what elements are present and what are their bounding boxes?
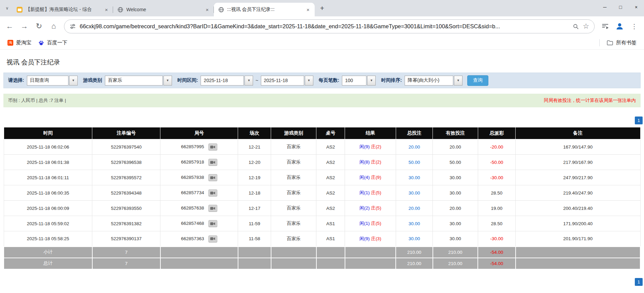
back-button[interactable]: ← xyxy=(3,19,17,33)
per-page-combo: ▼ xyxy=(342,76,376,86)
window-controls: ─ □ × xyxy=(597,0,644,14)
table-row: 2025-11-18 06:01:11 522976395572 6628578… xyxy=(4,170,640,185)
cell-time: 2025-11-18 06:02:06 xyxy=(4,139,92,155)
header-note: 备注 xyxy=(516,127,640,139)
bet-records-table: 时间 注单编号 局号 场次 游戏类别 桌号 结果 总投注 有效投注 总派彩 备注… xyxy=(3,127,641,269)
cell-total-bet-link[interactable]: 30.00 xyxy=(396,231,433,247)
close-button[interactable]: × xyxy=(628,0,644,14)
chevron-down-icon[interactable]: ▼ xyxy=(245,76,253,86)
home-button[interactable]: ⌂ xyxy=(47,19,61,33)
cell-session: 12-19 xyxy=(238,170,271,185)
video-replay-icon[interactable] xyxy=(208,220,217,227)
header-table-no: 桌号 xyxy=(316,127,345,139)
tab-title: :::视讯 会员下注纪录::: xyxy=(227,6,302,13)
video-replay-icon[interactable] xyxy=(208,205,217,212)
result-banker: 庄(5) xyxy=(371,190,381,195)
tab-close-icon[interactable]: × xyxy=(204,6,210,13)
globe-favicon-icon xyxy=(117,7,123,13)
video-replay-icon[interactable] xyxy=(208,159,217,166)
cell-note: 200.40/219.40 xyxy=(516,201,640,216)
result-player: 闲(2) xyxy=(360,205,370,211)
forward-button[interactable]: → xyxy=(17,19,31,33)
url-text[interactable]: 66cxkj98.com/game/betrecord_search/kind3… xyxy=(80,23,569,30)
video-replay-icon[interactable] xyxy=(208,189,217,196)
minimize-button[interactable]: ─ xyxy=(597,0,613,14)
chevron-down-icon[interactable]: ▼ xyxy=(367,76,376,86)
cell-table-no: AS2 xyxy=(316,170,345,185)
round-number: 662857363 xyxy=(181,236,204,241)
cell-total-bet-link[interactable]: 50.00 xyxy=(396,155,433,170)
maximize-button[interactable]: □ xyxy=(613,0,628,14)
date-start-input[interactable] xyxy=(201,76,244,86)
all-bookmarks-label: 所有书签 xyxy=(616,40,637,46)
cell-payout: 19.00 xyxy=(478,201,515,216)
browser-menu-icon[interactable]: ⋮ xyxy=(627,19,641,33)
query-mode-input[interactable] xyxy=(27,76,68,86)
cell-total-bet-link[interactable]: 20.00 xyxy=(396,139,433,155)
bookmark-star-icon[interactable]: ☆ xyxy=(583,22,589,30)
browser-tab-bet-records[interactable]: :::视讯 会员下注纪录::: × xyxy=(214,3,315,16)
header-round: 局号 xyxy=(160,127,238,139)
per-page-input[interactable] xyxy=(342,76,366,86)
page-number-button[interactable]: 1 xyxy=(635,278,643,286)
cell-payout: -20.00 xyxy=(478,139,515,155)
chevron-down-icon[interactable]: ▼ xyxy=(69,76,78,86)
cell-session: 12-21 xyxy=(238,139,271,155)
all-bookmarks-button[interactable]: 所有书签 xyxy=(603,38,640,48)
bookmark-aitaobao[interactable]: 淘 爱淘宝 xyxy=(4,38,35,48)
cell-time: 2025-11-18 06:00:09 xyxy=(4,201,92,216)
bookmark-baidu[interactable]: 百度一下 xyxy=(35,38,71,48)
profile-avatar[interactable] xyxy=(613,19,627,33)
tab-close-icon[interactable]: × xyxy=(103,6,110,13)
date-end-input[interactable] xyxy=(261,76,304,86)
cell-round: 662857918 xyxy=(160,155,238,170)
search-button[interactable]: 查询 xyxy=(467,75,488,86)
sort-order-input[interactable] xyxy=(405,76,453,86)
cell-total-bet-link[interactable]: 30.00 xyxy=(396,185,433,201)
date-end-combo: ▼ xyxy=(261,76,313,86)
sort-order-combo: ▼ xyxy=(405,76,462,86)
result-player: 闲(8) xyxy=(360,159,370,165)
cell-total-bet-link[interactable]: 20.00 xyxy=(396,201,433,216)
valid-bet-notice: 同局有效投注，统一计算在该局第一张注单内 xyxy=(544,97,636,104)
cell-valid-bet: 30.00 xyxy=(433,216,478,231)
video-replay-icon[interactable] xyxy=(208,143,217,150)
new-tab-button[interactable]: + xyxy=(317,3,327,13)
page-number-button[interactable]: 1 xyxy=(635,117,643,124)
cell-time: 2025-11-18 06:00:35 xyxy=(4,185,92,201)
address-bar[interactable]: 66cxkj98.com/game/betrecord_search/kind3… xyxy=(64,19,595,33)
site-settings-icon[interactable] xyxy=(69,23,76,30)
cell-note: 171.90/200.40 xyxy=(516,216,640,231)
result-banker: 庄(3) xyxy=(371,236,381,241)
tab-close-icon[interactable]: × xyxy=(305,6,311,13)
result-player: 闲(4) xyxy=(360,175,370,180)
select-mode-label: 请选择: xyxy=(8,77,24,83)
chevron-down-icon[interactable]: ▼ xyxy=(305,76,313,86)
chevron-down-icon[interactable]: ▼ xyxy=(454,76,462,86)
browser-tab-welcome[interactable]: Welcome × xyxy=(113,3,214,16)
header-time: 时间 xyxy=(4,127,92,139)
browser-window: ∨ 【新提醒】海燕策略论坛 - 综合 × Welcome × :::视讯 会员下… xyxy=(0,0,644,50)
total-row: 总计 7 210.00 210.00 -54.00 xyxy=(4,258,640,269)
result-banker: 庄(5) xyxy=(371,221,381,226)
game-type-input[interactable] xyxy=(105,76,163,86)
tab-search-button[interactable]: ∨ xyxy=(3,4,12,13)
date-start-combo: ▼ xyxy=(201,76,253,86)
cell-total-bet-link[interactable]: 30.00 xyxy=(396,170,433,185)
video-replay-icon[interactable] xyxy=(208,174,217,181)
cell-valid-bet: 30.00 xyxy=(433,185,478,201)
browser-tab-forum[interactable]: 【新提醒】海燕策略论坛 - 综合 × xyxy=(12,3,113,16)
reload-button[interactable]: ↻ xyxy=(32,19,46,33)
cell-bet-id: 522976394348 xyxy=(92,185,160,201)
zoom-icon[interactable] xyxy=(572,23,579,30)
cell-round: 662857638 xyxy=(160,201,238,216)
cell-total-bet-link[interactable]: 30.00 xyxy=(396,216,433,231)
media-controls-icon[interactable] xyxy=(598,19,612,33)
globe-favicon-icon xyxy=(218,7,224,13)
cell-note: 247.90/217.90 xyxy=(516,170,640,185)
header-valid-bet: 有效投注 xyxy=(433,127,478,139)
chevron-down-icon[interactable]: ▼ xyxy=(163,76,172,86)
sort-order-label: 时间排序: xyxy=(381,77,402,83)
video-replay-icon[interactable] xyxy=(208,235,217,242)
cell-round: 662857734 xyxy=(160,185,238,201)
